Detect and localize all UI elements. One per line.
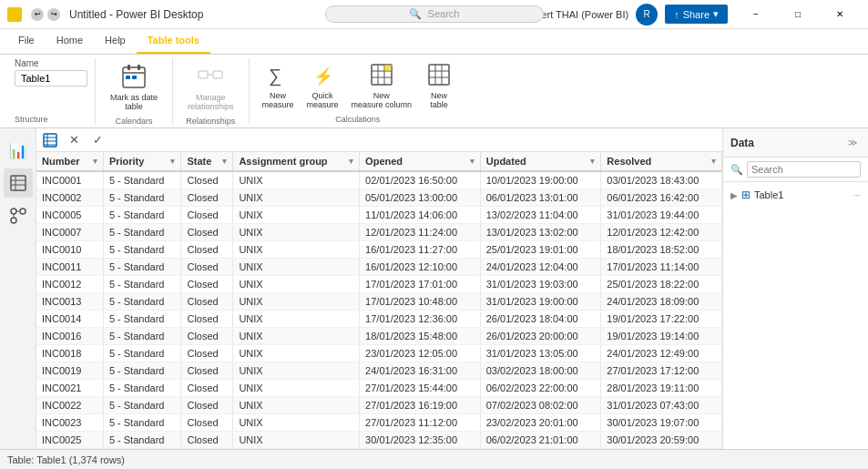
table-row[interactable]: INC00115 - StandardClosedUNIX16/01/2023 … <box>36 259 722 276</box>
quick-measure-button[interactable]: ⚡ Quickmeasure <box>301 58 344 111</box>
svg-rect-11 <box>213 71 222 78</box>
cell-number: INC0023 <box>36 414 103 432</box>
cell-assignment_group: UNIX <box>233 397 360 414</box>
new-measure-button[interactable]: ∑ Newmeasure <box>257 58 300 111</box>
tree-item-options[interactable]: ··· <box>853 190 861 200</box>
cell-number: INC0026 <box>36 449 103 450</box>
cell-priority: 5 - Standard <box>103 414 181 432</box>
filter-state[interactable]: ▾ <box>222 157 227 166</box>
col-state[interactable]: State ▾ <box>181 152 233 171</box>
table-row[interactable]: INC00055 - StandardClosedUNIX11/01/2023 … <box>36 207 722 224</box>
table-row[interactable]: INC00125 - StandardClosedUNIX17/01/2023 … <box>36 276 722 293</box>
cell-opened: 18/01/2023 15:48:00 <box>360 328 481 345</box>
svg-point-31 <box>20 209 26 214</box>
table-row[interactable]: INC00025 - StandardClosedUNIX05/01/2023 … <box>36 189 722 207</box>
table-row[interactable]: INC00165 - StandardClosedUNIX18/01/2023 … <box>36 328 722 345</box>
filter-updated[interactable]: ▾ <box>590 157 595 166</box>
filter-opened[interactable]: ▾ <box>470 157 475 166</box>
sidebar-icon-data[interactable] <box>4 168 33 198</box>
table-row[interactable]: INC00185 - StandardClosedUNIX23/01/2023 … <box>36 345 722 362</box>
tree-item-table1[interactable]: ▶ ⊞ Table1 ··· <box>723 186 868 204</box>
commit-button[interactable]: ✓ <box>87 130 107 150</box>
search-icon: 🔍 <box>409 8 422 19</box>
table-view-button[interactable] <box>40 130 60 150</box>
svg-point-30 <box>11 209 16 214</box>
tab-home[interactable]: Home <box>46 28 94 54</box>
discard-button[interactable]: ✕ <box>64 130 84 150</box>
right-panel-search: 🔍 <box>723 158 868 182</box>
title-bar-undo-redo: ↩ ↪ <box>31 8 60 21</box>
manage-relationships-label: Managerelationships <box>188 93 234 111</box>
cell-resolved: 25/01/2023 18:22:00 <box>601 276 722 293</box>
col-assignment-group[interactable]: Assignment group ▾ <box>233 152 360 171</box>
cell-assignment_group: UNIX <box>233 414 360 432</box>
cell-updated: 26/01/2023 20:00:00 <box>480 328 601 345</box>
col-resolved[interactable]: Resolved ▾ <box>601 152 722 171</box>
tab-table-tools[interactable]: Table tools <box>137 28 210 54</box>
cell-number: INC0010 <box>36 241 103 259</box>
table-row[interactable]: INC00215 - StandardClosedUNIX27/01/2023 … <box>36 380 722 397</box>
table-row[interactable]: INC00235 - StandardClosedUNIX27/01/2023 … <box>36 414 722 432</box>
col-opened[interactable]: Opened ▾ <box>360 152 481 171</box>
tree-expand-icon[interactable]: ▶ <box>730 190 738 200</box>
new-measure-column-button[interactable]: Newmeasure column <box>346 58 418 111</box>
filter-number[interactable]: ▾ <box>93 157 97 166</box>
manage-relationships-button[interactable]: Managerelationships <box>180 58 241 115</box>
search-bar[interactable]: 🔍 Search <box>325 5 544 23</box>
right-panel-collapse[interactable]: ≫ <box>844 134 861 151</box>
cell-state: Closed <box>181 276 233 293</box>
cell-resolved: 30/01/2023 19:07:00 <box>601 414 722 432</box>
maximize-button[interactable]: □ <box>777 0 819 29</box>
table-row[interactable]: INC00195 - StandardClosedUNIX24/01/2023 … <box>36 362 722 380</box>
cell-opened: 12/01/2023 11:24:00 <box>360 224 481 241</box>
new-measure-label: Newmeasure <box>262 91 294 109</box>
table-header-row: Number ▾ Priority ▾ Stat <box>36 152 722 171</box>
svg-text:∑: ∑ <box>269 66 281 87</box>
table-row[interactable]: INC00075 - StandardClosedUNIX12/01/2023 … <box>36 224 722 241</box>
search-placeholder: Search <box>428 8 460 19</box>
col-number[interactable]: Number ▾ <box>36 152 103 171</box>
table-row[interactable]: INC00145 - StandardClosedUNIX17/01/2023 … <box>36 311 722 328</box>
sidebar-icon-model[interactable] <box>4 201 33 230</box>
col-priority[interactable]: Priority ▾ <box>103 152 181 171</box>
main-area: 📊 <box>0 128 868 449</box>
table-name-input[interactable] <box>15 70 87 87</box>
table-row[interactable]: INC00135 - StandardClosedUNIX17/01/2023 … <box>36 293 722 311</box>
undo-btn[interactable]: ↩ <box>31 8 44 21</box>
filter-priority[interactable]: ▾ <box>170 157 175 166</box>
close-button[interactable]: ✕ <box>819 0 861 29</box>
filter-assignment-group[interactable]: ▾ <box>349 157 353 166</box>
svg-rect-2 <box>8 15 14 21</box>
relationships-icon <box>196 62 225 91</box>
ribbon-group-calendars: Mark as datetable Calendars <box>96 58 173 124</box>
cell-opened: 23/01/2023 12:05:00 <box>360 345 481 362</box>
table-row[interactable]: INC00015 - StandardClosedUNIX02/01/2023 … <box>36 171 722 189</box>
cell-number: INC0022 <box>36 397 103 414</box>
table-row[interactable]: INC00265 - StandardClosedUNIX30/01/2023 … <box>36 449 722 450</box>
redo-btn[interactable]: ↪ <box>47 8 60 21</box>
sidebar-icon-report[interactable]: 📊 <box>4 136 33 165</box>
cell-priority: 5 - Standard <box>103 311 181 328</box>
table-row[interactable]: INC00225 - StandardClosedUNIX27/01/2023 … <box>36 397 722 414</box>
cell-opened: 27/01/2023 11:12:00 <box>360 414 481 432</box>
cell-number: INC0013 <box>36 293 103 311</box>
data-search-input[interactable] <box>747 161 861 178</box>
table-container[interactable]: Number ▾ Priority ▾ Stat <box>36 152 722 449</box>
cell-updated: 25/01/2023 19:01:00 <box>480 241 601 259</box>
table-row[interactable]: INC00105 - StandardClosedUNIX16/01/2023 … <box>36 241 722 259</box>
minimize-button[interactable]: − <box>735 0 777 29</box>
cell-assignment_group: UNIX <box>233 224 360 241</box>
cell-updated: 06/02/2023 22:00:00 <box>480 380 601 397</box>
col-updated[interactable]: Updated ▾ <box>480 152 601 171</box>
tab-help[interactable]: Help <box>94 28 137 54</box>
table-row[interactable]: INC00255 - StandardClosedUNIX30/01/2023 … <box>36 432 722 449</box>
cell-state: Closed <box>181 345 233 362</box>
ribbon-group-relationships: Managerelationships Relationships <box>173 58 250 124</box>
mark-as-date-table-button[interactable]: Mark as datetable <box>103 58 165 115</box>
new-table-button[interactable]: Newtable <box>419 58 459 111</box>
filter-resolved[interactable]: ▾ <box>711 157 716 166</box>
tab-file[interactable]: File <box>7 28 46 54</box>
share-button[interactable]: ↑ Share ▾ <box>665 5 728 24</box>
ribbon: File Home Help Table tools Name Structur… <box>0 29 868 128</box>
cell-priority: 5 - Standard <box>103 380 181 397</box>
